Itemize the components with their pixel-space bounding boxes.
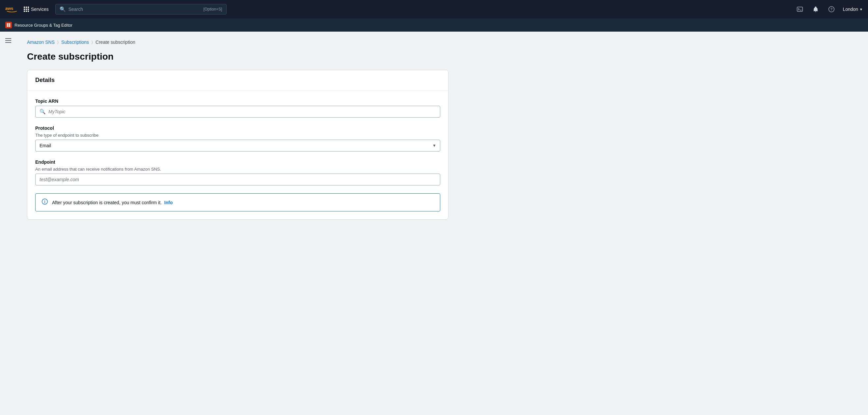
svg-rect-8 xyxy=(9,25,10,27)
card-body: Topic ARN 🔍 Protocol The type of endpoin… xyxy=(27,91,448,219)
svg-rect-5 xyxy=(7,23,8,25)
page-title: Create subscription xyxy=(27,51,467,62)
main-wrapper: Amazon SNS 〉 Subscriptions 〉 Create subs… xyxy=(0,32,868,228)
search-shortcut: [Option+S] xyxy=(204,7,222,11)
info-circle-icon xyxy=(41,198,48,207)
nav-right-icons: ? London ▼ xyxy=(795,5,863,14)
details-card: Details Topic ARN 🔍 Protocol The type of… xyxy=(27,70,448,220)
info-box: After your subscription is created, you … xyxy=(35,193,440,211)
breadcrumb-subscriptions[interactable]: Subscriptions xyxy=(61,39,89,45)
hamburger-icon xyxy=(4,37,12,44)
card-title: Details xyxy=(35,77,55,83)
sidebar-toggle[interactable] xyxy=(0,32,17,228)
card-header: Details xyxy=(27,70,448,91)
resource-groups-icon xyxy=(5,22,12,28)
breadcrumb-sep-1: 〉 xyxy=(57,40,59,45)
topic-arn-input[interactable] xyxy=(49,109,436,114)
resource-groups-label: Resource Groups & Tag Editor xyxy=(14,23,72,28)
topic-arn-search-icon: 🔍 xyxy=(39,109,46,115)
breadcrumb: Amazon SNS 〉 Subscriptions 〉 Create subs… xyxy=(27,39,467,45)
region-label: London xyxy=(843,7,858,12)
info-link[interactable]: Info xyxy=(164,200,173,205)
breadcrumb-sep-2: 〉 xyxy=(92,40,93,45)
aws-logo[interactable]: aws xyxy=(5,5,19,14)
endpoint-label: Endpoint xyxy=(35,159,440,165)
svg-rect-6 xyxy=(9,23,10,25)
svg-text:?: ? xyxy=(831,7,832,11)
protocol-select[interactable]: Email HTTP HTTPS Amazon SQS AWS Lambda P… xyxy=(35,140,440,151)
endpoint-input[interactable] xyxy=(35,174,440,185)
cloudshell-icon[interactable] xyxy=(795,5,804,14)
breadcrumb-amazon-sns[interactable]: Amazon SNS xyxy=(27,39,55,45)
search-input[interactable] xyxy=(68,7,201,12)
topic-arn-input-wrapper[interactable]: 🔍 xyxy=(35,106,440,118)
breadcrumb-current: Create subscription xyxy=(95,39,135,45)
protocol-field: Protocol The type of endpoint to subscri… xyxy=(35,125,440,151)
services-label: Services xyxy=(31,7,49,12)
endpoint-desc: An email address that can receive notifi… xyxy=(35,167,440,172)
top-nav: aws Services 🔍 [Option+S] xyxy=(0,0,868,19)
info-text-content: After your subscription is created, you … xyxy=(52,200,162,205)
search-bar[interactable]: 🔍 [Option+S] xyxy=(55,4,226,14)
services-menu[interactable]: Services xyxy=(24,7,49,12)
notifications-icon[interactable] xyxy=(811,5,820,14)
svg-point-11 xyxy=(44,200,45,201)
grid-icon xyxy=(24,7,29,12)
region-selector[interactable]: London ▼ xyxy=(843,7,863,12)
endpoint-field: Endpoint An email address that can recei… xyxy=(35,159,440,185)
topic-arn-field: Topic ARN 🔍 xyxy=(35,98,440,118)
protocol-select-wrapper: Email HTTP HTTPS Amazon SQS AWS Lambda P… xyxy=(35,140,440,151)
search-icon: 🔍 xyxy=(60,6,66,12)
topic-arn-label: Topic ARN xyxy=(35,98,440,104)
help-icon[interactable]: ? xyxy=(827,5,836,14)
svg-text:aws: aws xyxy=(5,6,13,11)
region-chevron-icon: ▼ xyxy=(860,7,863,11)
info-text: After your subscription is created, you … xyxy=(52,200,173,205)
svg-rect-7 xyxy=(7,25,8,27)
content-area: Amazon SNS 〉 Subscriptions 〉 Create subs… xyxy=(17,32,477,228)
protocol-label: Protocol xyxy=(35,125,440,131)
protocol-desc: The type of endpoint to subscribe xyxy=(35,133,440,138)
svg-rect-1 xyxy=(797,7,803,11)
second-nav: Resource Groups & Tag Editor xyxy=(0,19,868,32)
